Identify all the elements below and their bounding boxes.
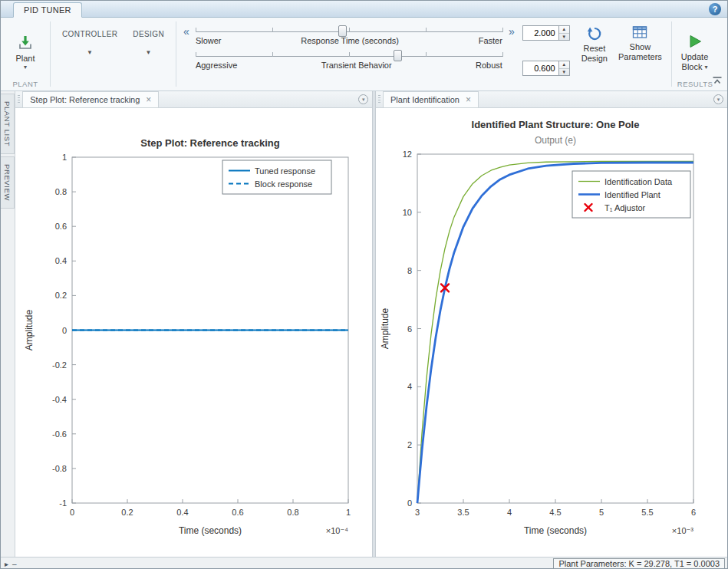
tab-step-plot[interactable]: Step Plot: Reference tracking × [22,91,159,107]
show-parameters-label-2: Parameters [618,52,662,62]
svg-text:Block response: Block response [255,179,312,189]
tab-plant-identification[interactable]: Plant Identification × [383,91,479,107]
reset-icon [586,25,603,41]
reset-design-label-2: Design [581,54,608,64]
response-time-slider[interactable]: Slower Response Time (seconds) Faster [196,23,502,45]
step-plot-tabbar: Step Plot: Reference tracking × ▾ [15,91,372,108]
svg-text:12: 12 [403,150,412,159]
svg-text:-1: -1 [59,498,67,508]
collapse-panel-icon[interactable]: ‒ [12,560,17,568]
svg-text:6: 6 [407,324,412,334]
collapse-sliders-button[interactable]: « [180,19,193,38]
update-block-button[interactable]: Update Block ▾ [676,28,713,72]
play-icon [687,33,703,50]
controller-label: CONTROLLER [62,30,117,38]
svg-text:2: 2 [407,440,412,449]
svg-text:3: 3 [415,508,420,517]
step-plot-panel: Step Plot: Reference tracking × ▾ Step P… [15,91,372,557]
response-time-input[interactable] [522,25,559,41]
spin-down-icon[interactable]: ▼ [559,69,569,76]
svg-text:0.4: 0.4 [55,256,67,265]
controller-section: CONTROLLER ▼ DESIGN ▼ [51,18,176,90]
caret-down-icon: ▾ [24,64,27,71]
svg-text:Output (e): Output (e) [535,135,576,146]
close-icon[interactable]: × [466,96,471,104]
svg-text:Time (seconds): Time (seconds) [179,525,242,536]
plant-import-icon [16,34,35,51]
actions-arrow-icon: ▾ [362,97,365,103]
plant-section-label: PLANT [5,80,46,90]
design-dropdown-button[interactable]: DESIGN ▼ [125,19,172,56]
slider-label-slower: Slower [196,36,222,45]
svg-text:4: 4 [507,508,512,517]
svg-text:T₁ Adjustor: T₁ Adjustor [604,203,646,212]
tab-plant-identification-label: Plant Identification [390,95,460,104]
svg-text:-0.4: -0.4 [52,395,67,404]
plant-identification-canvas[interactable]: Identified Plant Structure: One PoleOutp… [376,108,727,560]
response-time-slider-thumb[interactable] [338,25,347,37]
transient-behavior-slider[interactable]: Aggressive Transient Behavior Robust [196,48,502,70]
main-area: PLANT LIST PREVIEW Step Plot: Reference … [1,91,727,557]
spin-up-icon[interactable]: ▲ [559,61,569,69]
expand-sliders-button[interactable]: » [506,19,518,38]
svg-text:-0.8: -0.8 [52,464,67,473]
tab-pid-tuner[interactable]: PID TUNER [13,2,82,18]
svg-text:10: 10 [403,208,412,217]
svg-text:8: 8 [407,266,412,275]
caret-down-icon: ▾ [705,62,708,72]
plant-button-label: Plant [15,54,35,63]
panel-actions-button[interactable]: ▾ [358,94,368,104]
slider-label-response-time: Response Time (seconds) [222,36,479,45]
show-parameters-label-1: Show [630,42,651,52]
svg-text:-0.6: -0.6 [52,429,67,439]
expand-panel-icon[interactable]: ▸ [5,560,8,568]
ribbon-tab-strip: PID TUNER ? [1,1,727,18]
svg-text:1: 1 [62,153,67,162]
svg-text:Amplitude: Amplitude [24,310,35,351]
chevron-down-icon: ▼ [146,49,152,56]
collapse-toolstrip-button[interactable] [712,74,723,88]
tuning-tools-section: « Slower [176,18,671,90]
tuning-value-spinners: ▲ ▼ ▲ ▼ [522,19,570,96]
panel-actions-button[interactable]: ▾ [713,94,723,104]
sidebar-tab-plant-list[interactable]: PLANT LIST [1,94,15,154]
svg-text:Tuned response: Tuned response [255,166,315,176]
table-icon [631,25,648,40]
plant-identification-svg: Identified Plant Structure: One PoleOutp… [376,108,727,557]
show-parameters-button[interactable]: Show Parameters [613,19,667,62]
tab-step-plot-label: Step Plot: Reference tracking [30,95,140,104]
slider-label-aggressive: Aggressive [196,61,237,70]
plant-identification-tabbar: Plant Identification × ▾ [376,91,727,108]
step-plot-canvas[interactable]: Step Plot: Reference tracking00.20.40.60… [15,108,372,560]
svg-text:4: 4 [407,382,412,391]
svg-text:0.2: 0.2 [55,291,67,300]
reset-design-button[interactable]: Reset Design [576,19,613,64]
plant-identification-panel: Plant Identification × ▾ Identified Plan… [376,91,727,557]
transient-behavior-slider-thumb[interactable] [394,50,402,61]
plant-button[interactable]: Plant ▾ [5,29,46,71]
close-icon[interactable]: × [146,96,151,104]
sidebar-tab-preview[interactable]: PREVIEW [1,156,15,209]
svg-text:0.2: 0.2 [122,508,133,517]
chevron-down-icon: ▼ [87,49,93,56]
help-button[interactable]: ? [709,3,721,15]
svg-text:-0.2: -0.2 [52,360,67,370]
spin-down-icon[interactable]: ▼ [559,34,569,41]
transient-behavior-input[interactable] [522,61,559,76]
toolstrip: Plant ▾ PLANT CONTROLLER ▼ DESIGN ▼ [1,18,727,91]
update-block-label-2: Block [682,62,703,72]
drag-handle[interactable] [378,95,380,104]
svg-text:4.5: 4.5 [549,508,561,517]
drag-handle[interactable] [18,95,20,104]
svg-text:3.5: 3.5 [457,508,469,517]
update-block-label-1: Update [681,52,708,62]
collapse-up-icon [712,76,723,85]
status-bar: ▸ ‒ Plant Parameters: K = 29.278, T1 = 0… [1,557,727,569]
spin-up-icon[interactable]: ▲ [559,26,569,34]
svg-text:Identified Plant: Identified Plant [604,190,660,199]
svg-text:6: 6 [691,508,696,517]
controller-dropdown-button[interactable]: CONTROLLER ▼ [54,19,125,56]
results-section-label: RESULTS [676,80,715,90]
plant-section: Plant ▾ PLANT [1,18,50,90]
step-plot-svg: Step Plot: Reference tracking00.20.40.60… [15,108,372,557]
